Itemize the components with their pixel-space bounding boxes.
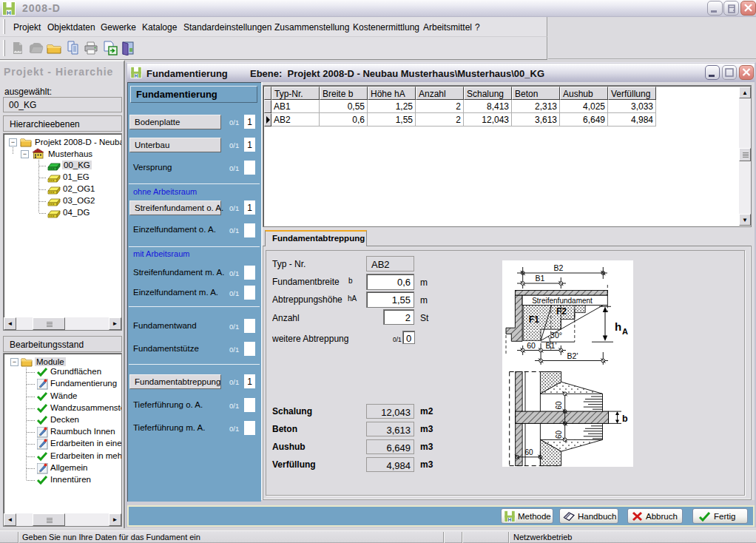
svg-text:B2': B2' [567, 351, 578, 360]
svg-text:60: 60 [555, 401, 563, 410]
svg-text:B1': B1' [546, 341, 557, 350]
svg-text:F2: F2 [556, 306, 567, 317]
svg-text:A: A [622, 327, 628, 336]
svg-text:60: 60 [555, 431, 563, 439]
svg-text:60: 60 [527, 341, 536, 350]
svg-text:F1: F1 [529, 314, 539, 325]
svg-text:b: b [622, 414, 628, 424]
svg-text:H: H [7, 10, 11, 16]
svg-text:h: h [615, 320, 621, 333]
svg-text:60: 60 [524, 448, 533, 456]
svg-text:B2: B2 [554, 263, 564, 272]
svg-text:30°: 30° [550, 331, 562, 340]
svg-text:B1: B1 [536, 274, 545, 283]
svg-text:H: H [508, 517, 512, 522]
svg-text:H: H [135, 73, 138, 78]
svg-text:Streifenfundament: Streifenfundament [532, 297, 593, 305]
